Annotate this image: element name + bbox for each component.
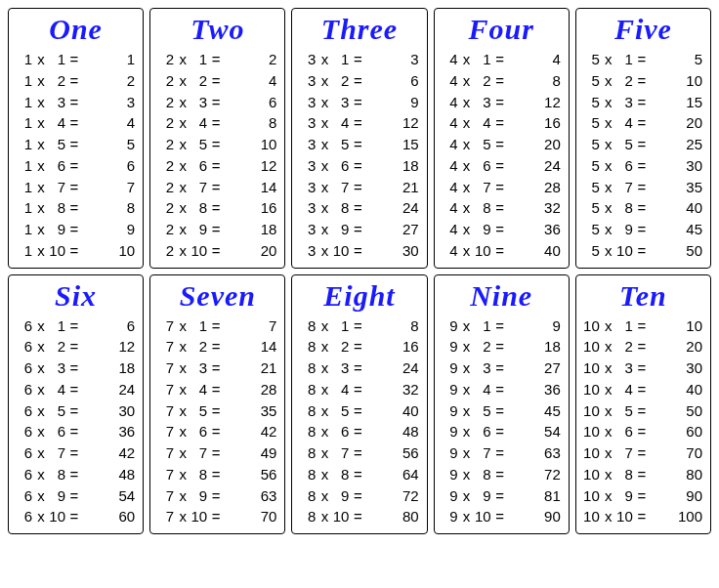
table-title: Eight: [298, 279, 420, 312]
equals-symbol: =: [635, 336, 649, 357]
multiplicand: 9: [441, 464, 460, 485]
product: 9: [507, 315, 563, 337]
multiplicand: 4: [441, 134, 460, 155]
equals-symbol: =: [635, 134, 649, 155]
times-symbol: x: [460, 219, 474, 240]
times-symbol: x: [460, 400, 474, 422]
multiplier: 5: [615, 400, 635, 422]
multiplier: 7: [615, 177, 635, 198]
product: 49: [223, 442, 278, 464]
product: 7: [81, 177, 137, 198]
times-symbol: x: [176, 464, 190, 485]
times-symbol: x: [602, 506, 615, 527]
multiplicand: 3: [298, 112, 317, 134]
multiplicand: 8: [298, 315, 317, 337]
times-symbol: x: [176, 112, 190, 134]
multiplier: 2: [474, 70, 493, 92]
times-symbol: x: [602, 92, 615, 113]
table-row: 4x9=36: [441, 219, 563, 240]
multiplier: 6: [331, 421, 351, 442]
table-row: 2x6=12: [156, 155, 278, 177]
table-row: 7x5=35: [156, 400, 278, 422]
table-row: 7x6=42: [156, 421, 278, 442]
equals-symbol: =: [209, 506, 223, 527]
equals-symbol: =: [493, 240, 507, 262]
multiplicand: 4: [441, 112, 460, 134]
multiplicand: 9: [441, 315, 460, 337]
table-row: 5x4=20: [582, 112, 704, 134]
table-row: 9x5=45: [441, 400, 563, 422]
product: 18: [507, 336, 563, 357]
times-symbol: x: [317, 400, 331, 422]
product: 70: [649, 442, 704, 464]
times-symbol: x: [602, 315, 615, 337]
table-row: 6x9=54: [15, 485, 137, 507]
table-card-one: One1x1=11x2=21x3=31x4=41x5=51x6=61x7=71x…: [8, 8, 144, 269]
multiplier: 5: [331, 400, 351, 422]
equals-symbol: =: [209, 134, 223, 155]
table-row: 3x4=12: [298, 112, 420, 134]
table-row: 1x10=10: [15, 240, 137, 262]
multiplier: 9: [474, 485, 493, 507]
multiplicand: 2: [156, 219, 176, 240]
multiplicand: 1: [15, 155, 34, 177]
table-row: 3x7=21: [298, 177, 420, 198]
table-row: 8x9=72: [298, 485, 420, 507]
table-title: Four: [441, 13, 563, 45]
times-symbol: x: [460, 379, 474, 400]
multiplication-tables-grid: One1x1=11x2=21x3=31x4=41x5=51x6=61x7=71x…: [8, 8, 711, 534]
times-symbol: x: [602, 70, 615, 92]
times-symbol: x: [460, 485, 474, 507]
product: 3: [81, 92, 137, 113]
equals-symbol: =: [493, 379, 507, 400]
table-row: 10x3=30: [582, 357, 704, 379]
table-row: 2x2=4: [156, 70, 278, 92]
multiplicand: 2: [156, 92, 176, 113]
equals-symbol: =: [209, 336, 223, 357]
multiplier: 5: [474, 400, 493, 422]
times-symbol: x: [34, 155, 48, 177]
multiplier: 10: [190, 506, 209, 527]
multiplicand: 2: [156, 134, 176, 155]
multiplier: 1: [48, 315, 67, 337]
table-row: 7x10=70: [156, 506, 278, 527]
equals-symbol: =: [67, 240, 81, 262]
times-symbol: x: [460, 315, 474, 337]
table-row: 10x1=10: [582, 315, 704, 337]
multiplicand: 6: [15, 379, 34, 400]
equals-symbol: =: [635, 421, 649, 442]
table-title: Seven: [156, 279, 278, 312]
product: 8: [507, 70, 563, 92]
multiplier: 3: [615, 92, 635, 113]
multiplicand: 8: [298, 421, 317, 442]
equals-symbol: =: [67, 379, 81, 400]
product: 20: [649, 112, 704, 134]
table-row: 3x6=18: [298, 155, 420, 177]
multiplicand: 9: [441, 506, 460, 527]
equals-symbol: =: [635, 506, 649, 527]
table-row: 2x10=20: [156, 240, 278, 262]
equals-symbol: =: [493, 219, 507, 240]
multiplicand: 6: [15, 315, 34, 337]
multiplicand: 3: [298, 240, 317, 262]
equals-symbol: =: [351, 506, 364, 527]
table-row: 9x1=9: [441, 315, 563, 337]
times-symbol: x: [317, 155, 331, 177]
table-row: 1x8=8: [15, 197, 137, 219]
table-row: 5x2=10: [582, 70, 704, 92]
times-symbol: x: [460, 134, 474, 155]
multiplier: 6: [474, 155, 493, 177]
equals-symbol: =: [351, 400, 364, 422]
table-row: 6x10=60: [15, 506, 137, 527]
table-row: 8x8=64: [298, 464, 420, 485]
table-row: 2x8=16: [156, 197, 278, 219]
times-symbol: x: [176, 506, 190, 527]
product: 2: [223, 49, 278, 70]
multiplicand: 1: [15, 92, 34, 113]
table-row: 4x10=40: [441, 240, 563, 262]
table-row: 9x2=18: [441, 336, 563, 357]
multiplicand: 6: [15, 336, 34, 357]
times-symbol: x: [34, 485, 48, 507]
times-symbol: x: [602, 400, 615, 422]
times-symbol: x: [176, 442, 190, 464]
